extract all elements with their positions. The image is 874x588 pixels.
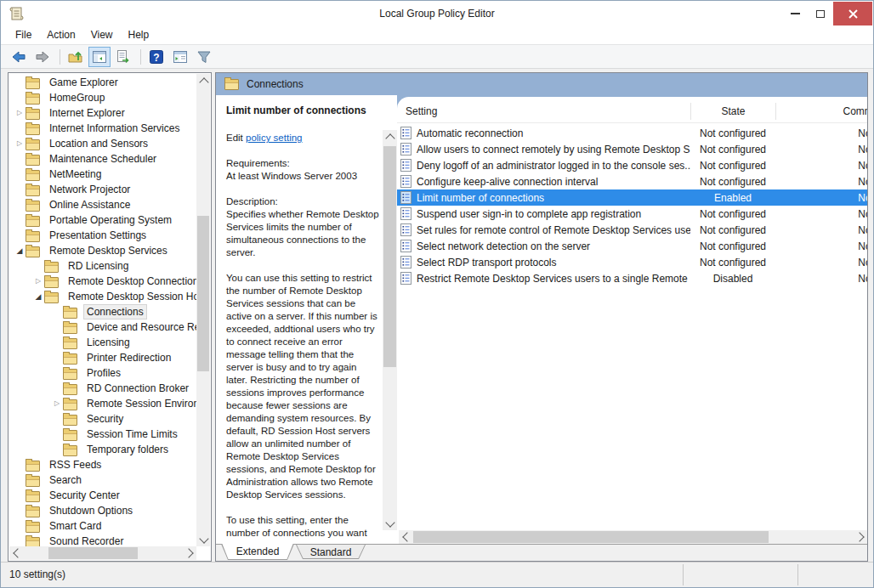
scroll-down-arrow[interactable] [383, 517, 397, 530]
maximize-button[interactable] [808, 2, 833, 25]
pane-header-title: Connections [247, 78, 304, 90]
new-window-button[interactable] [169, 47, 191, 67]
export-list-button[interactable] [112, 47, 134, 67]
tree-item[interactable]: ▷ Internet Explorer [9, 105, 196, 121]
scroll-down-arrow[interactable] [196, 533, 211, 546]
close-icon [848, 9, 858, 19]
policy-setting-link[interactable]: policy setting [246, 133, 302, 143]
up-one-level-button[interactable] [65, 47, 87, 67]
tab-extended[interactable]: Extended [221, 544, 294, 560]
minimize-button[interactable] [782, 2, 808, 25]
tree-item[interactable]: RD Connection Broker [9, 381, 196, 396]
description-scrollbar[interactable] [383, 130, 397, 530]
status-text: 10 setting(s) [9, 563, 65, 586]
tree-horizontal-scrollbar[interactable] [9, 546, 196, 560]
tree-item[interactable]: HomeGroup [9, 90, 196, 105]
filter-button[interactable] [193, 47, 215, 67]
scroll-right-arrow[interactable] [182, 546, 196, 560]
setting-row[interactable]: Restrict Remote Desktop Services users t… [397, 270, 867, 286]
scrollbar-thumb[interactable] [48, 547, 138, 559]
setting-row[interactable]: Limit number of connections Enabled No [397, 189, 867, 206]
show-console-tree-icon [91, 48, 108, 65]
setting-row[interactable]: Suspend user sign-in to complete app reg… [397, 206, 867, 222]
tree-item[interactable]: ◢ Remote Desktop Session Host [9, 289, 196, 304]
tree-item[interactable]: Shutdown Options [9, 503, 196, 518]
tree-item[interactable]: Maintenance Scheduler [9, 151, 196, 167]
setting-row[interactable]: Automatic reconnection Not configured No [397, 125, 867, 141]
tree-item[interactable]: Online Assistance [9, 197, 196, 212]
tree-item[interactable]: Profiles [9, 365, 196, 381]
tree-item[interactable]: Temporary folders [9, 442, 196, 457]
forward-button[interactable] [31, 47, 54, 67]
folder-icon [26, 522, 40, 533]
tree-item[interactable]: Presentation Settings [9, 228, 196, 243]
tab-standard[interactable]: Standard [296, 545, 366, 559]
expand-arrow-icon[interactable]: ▷ [14, 105, 26, 121]
scrollbar-thumb[interactable] [197, 216, 209, 371]
chevron-left-icon [402, 532, 411, 541]
close-button[interactable] [833, 2, 872, 25]
console-tree: Game Explorer HomeGroup ▷ Internet Explo… [9, 75, 196, 546]
tree-item[interactable]: ▷ Remote Session Environme [9, 396, 196, 411]
scrollbar-thumb[interactable] [413, 531, 769, 543]
expand-arrow-icon[interactable]: ▷ [14, 136, 26, 151]
filter-icon [196, 48, 213, 65]
scroll-up-arrow[interactable] [383, 130, 397, 144]
scroll-right-arrow[interactable] [853, 530, 867, 544]
menu-file[interactable]: File [8, 26, 39, 44]
results-pane: Connections Limit number of connections … [215, 72, 868, 562]
tree-item[interactable]: Game Explorer [9, 75, 196, 90]
setting-row[interactable]: Deny logoff of an administrator logged i… [397, 157, 867, 173]
scroll-left-arrow[interactable] [399, 530, 413, 544]
folder-icon [224, 79, 239, 90]
tree-item[interactable]: Network Projector [9, 182, 196, 197]
tree-item[interactable]: Security Center [9, 488, 196, 503]
setting-cell: Select network detection on the server [397, 240, 690, 252]
expand-arrow-icon[interactable]: ◢ [32, 289, 44, 304]
column-header-comment[interactable]: Comment [775, 103, 867, 120]
setting-row[interactable]: Allow users to connect remotely by using… [397, 141, 867, 157]
tree-item[interactable]: Internet Information Services [9, 121, 196, 136]
show-console-tree-button[interactable] [88, 47, 111, 67]
tree-item[interactable]: Sound Recorder [9, 534, 196, 546]
setting-row[interactable]: Configure keep-alive connection interval… [397, 173, 867, 189]
expand-arrow-icon[interactable]: ◢ [14, 243, 26, 258]
expand-arrow-icon[interactable]: ▷ [32, 274, 44, 289]
tree-item[interactable]: NetMeeting [9, 167, 196, 182]
tree-item[interactable]: RD Licensing [9, 258, 196, 274]
tree-item[interactable]: Portable Operating System [9, 212, 196, 228]
menu-action[interactable]: Action [39, 26, 82, 44]
help-button[interactable]: ? [145, 47, 167, 67]
scroll-up-arrow[interactable] [196, 74, 211, 88]
tree-item[interactable]: Search [9, 472, 196, 488]
tree-item[interactable]: Connections [9, 304, 196, 319]
tree-item[interactable]: Smart Card [9, 518, 196, 534]
menu-help[interactable]: Help [121, 26, 157, 44]
state-cell: Not configured [690, 144, 775, 155]
tree-item-label: Session Time Limits [83, 427, 181, 442]
scrollbar-thumb[interactable] [383, 146, 396, 367]
tree-item-label: Temporary folders [83, 442, 172, 457]
tree-item[interactable]: Licensing [9, 335, 196, 350]
tree-item[interactable]: ▷ Location and Sensors [9, 136, 196, 151]
scroll-left-arrow[interactable] [9, 546, 24, 560]
column-header-setting[interactable]: Setting [397, 105, 690, 117]
tree-vertical-scrollbar[interactable] [196, 74, 210, 546]
list-horizontal-scrollbar[interactable] [399, 530, 867, 544]
tree-item[interactable]: ▷ Remote Desktop Connection C [9, 274, 196, 289]
setting-row[interactable]: Select RDP transport protocols Not confi… [397, 254, 867, 270]
expand-arrow-icon[interactable]: ▷ [51, 396, 63, 411]
column-header-state[interactable]: State [690, 103, 775, 120]
tree-item[interactable]: Printer Redirection [9, 350, 196, 365]
tree-item[interactable]: Session Time Limits [9, 427, 196, 442]
tree-item[interactable]: RSS Feeds [9, 457, 196, 472]
tree-item[interactable]: ◢ Remote Desktop Services [9, 243, 196, 258]
menu-view[interactable]: View [83, 26, 121, 44]
tree-item[interactable]: Device and Resource Redire [9, 319, 196, 335]
back-button[interactable] [8, 47, 30, 67]
setting-row[interactable]: Select network detection on the server N… [397, 238, 867, 254]
tree-item[interactable]: Security [9, 411, 196, 427]
folder-icon [63, 353, 77, 365]
policy-setting-icon [400, 240, 411, 252]
setting-row[interactable]: Set rules for remote control of Remote D… [397, 222, 867, 238]
